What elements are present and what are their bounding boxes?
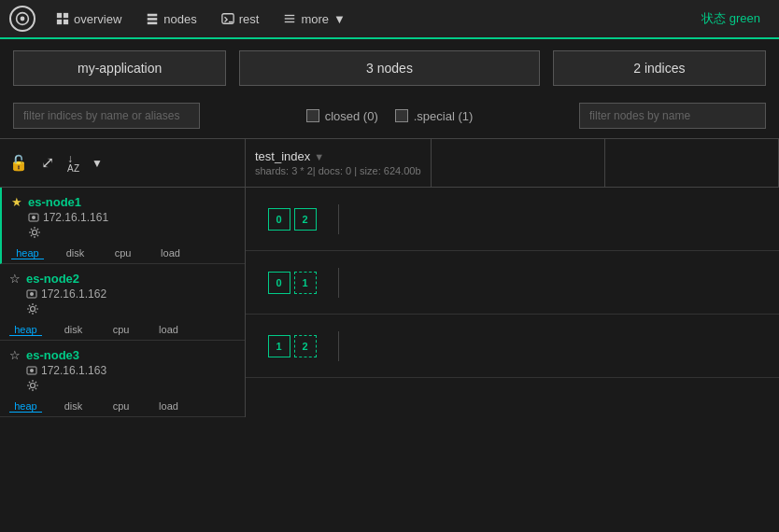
nav-overview-label: overview [74, 12, 121, 26]
status-prefix: 状态 [701, 11, 726, 25]
shard-cell: 02 [246, 204, 339, 234]
toolbar-row: 🔓 ⤢ ↓ A Z ▼ [0, 139, 245, 188]
expand-icon[interactable]: ⤢ [41, 153, 54, 173]
sort-az-label: ↓ A Z [67, 153, 78, 174]
nav-overview[interactable]: overview [47, 7, 131, 32]
stat-load[interactable]: load [154, 247, 187, 259]
shard-row: 01 [246, 251, 779, 315]
node-cog-icon[interactable] [28, 226, 235, 242]
node-rows: ★ es-node1 172.16.1.161 heapdiskcpuload … [0, 188, 245, 417]
shard-rows: 020112 [246, 188, 779, 378]
closed-checkbox-label[interactable]: closed (0) [306, 109, 378, 123]
star-icon[interactable]: ☆ [9, 272, 21, 286]
index-meta: shards: 3 * 2| docs: 0 | size: 624.00b [255, 165, 421, 176]
special-label: .special (1) [414, 109, 474, 123]
stat-heap[interactable]: heap [9, 400, 42, 413]
svg-point-16 [33, 231, 37, 235]
lock-icon[interactable]: 🔓 [9, 154, 28, 172]
shard-row: 12 [246, 315, 779, 378]
app-logo[interactable] [9, 6, 35, 32]
shard-box[interactable]: 0 [268, 208, 290, 231]
svg-point-22 [31, 384, 35, 388]
stat-disk[interactable]: disk [57, 324, 90, 336]
filter-indices-input[interactable] [13, 103, 200, 129]
stat-disk[interactable]: disk [57, 400, 90, 413]
stat-cpu[interactable]: cpu [106, 247, 139, 259]
index-name: test_index [255, 149, 310, 163]
nav-rest[interactable]: rest [212, 7, 269, 32]
filter-nodes-input[interactable] [579, 103, 766, 129]
nav-more-label: more [301, 12, 329, 26]
shard-cell: 12 [246, 331, 339, 361]
stat-cpu[interactable]: cpu [105, 400, 137, 413]
left-panel: 🔓 ⤢ ↓ A Z ▼ ★ es-node1 172.16.1.161 [0, 139, 246, 417]
shard-cell: 01 [246, 268, 339, 298]
closed-checkbox[interactable] [306, 109, 319, 122]
shard-box[interactable]: 2 [294, 208, 317, 231]
svg-rect-8 [148, 22, 158, 25]
cluster-name: my-application [78, 61, 162, 76]
summary-row: my-application 3 nodes 2 indices [0, 39, 779, 97]
stat-disk[interactable]: disk [59, 247, 92, 259]
stat-cpu[interactable]: cpu [105, 324, 137, 336]
nav-more[interactable]: more ▼ [274, 7, 355, 32]
svg-rect-7 [148, 18, 158, 21]
node-row: ☆ es-node3 172.16.1.163 heapdiskcpuload [0, 341, 245, 417]
node-name: es-node3 [26, 348, 79, 362]
svg-rect-4 [57, 20, 62, 24]
index-col-header[interactable]: test_index ▼ shards: 3 * 2| docs: 0 | si… [246, 139, 432, 187]
filter-row: closed (0) .special (1) [0, 97, 779, 134]
node-stats: heapdiskcpuload [11, 245, 235, 259]
stat-load[interactable]: load [152, 400, 185, 413]
nav-status: 状态 green [701, 10, 760, 27]
svg-point-18 [30, 292, 34, 296]
shard-box[interactable]: 1 [268, 335, 290, 357]
nav-rest-label: rest [239, 12, 260, 26]
shard-box[interactable]: 0 [268, 272, 290, 294]
nav-nodes[interactable]: nodes [136, 7, 205, 32]
node-ip: 172.16.1.161 [28, 211, 235, 224]
nav-nodes-label: nodes [163, 12, 196, 26]
svg-rect-3 [64, 13, 68, 18]
nodes-count-box[interactable]: 3 nodes [239, 50, 539, 86]
svg-point-1 [21, 17, 25, 21]
shard-row: 02 [246, 188, 779, 251]
shard-box[interactable]: 1 [294, 272, 317, 294]
svg-point-21 [30, 369, 34, 372]
index-chevron-icon: ▼ [314, 151, 324, 162]
empty-col-2 [605, 139, 779, 187]
node-row: ☆ es-node2 172.16.1.162 heapdiskcpuload [0, 264, 245, 341]
cluster-name-box[interactable]: my-application [13, 50, 226, 86]
sort-az-icon[interactable]: ↓ A Z [67, 153, 78, 174]
node-stats: heapdiskcpuload [9, 399, 235, 413]
indices-count: 2 indices [633, 61, 685, 76]
svg-rect-6 [148, 14, 158, 17]
closed-label: closed (0) [325, 109, 378, 123]
shard-box[interactable]: 2 [294, 335, 317, 357]
stat-heap[interactable]: heap [11, 247, 44, 259]
main-content: 🔓 ⤢ ↓ A Z ▼ ★ es-node1 172.16.1.161 [0, 138, 779, 417]
nodes-count: 3 nodes [366, 61, 413, 76]
special-checkbox-label[interactable]: .special (1) [395, 109, 474, 123]
dropdown-arrow-icon[interactable]: ▼ [92, 157, 103, 170]
node-name: es-node1 [28, 195, 81, 209]
empty-col-1 [432, 139, 605, 187]
special-checkbox[interactable] [395, 109, 408, 122]
node-cog-icon[interactable] [26, 379, 235, 395]
node-stats: heapdiskcpuload [9, 322, 235, 336]
right-panel: test_index ▼ shards: 3 * 2| docs: 0 | si… [246, 139, 779, 417]
nav-more-arrow: ▼ [333, 12, 346, 26]
svg-point-15 [32, 216, 35, 219]
svg-rect-2 [57, 13, 62, 18]
node-cog-icon[interactable] [26, 302, 235, 318]
node-name: es-node2 [26, 272, 79, 286]
stat-load[interactable]: load [152, 324, 185, 336]
indices-count-box[interactable]: 2 indices [553, 50, 766, 86]
stat-heap[interactable]: heap [9, 324, 42, 336]
index-header: test_index ▼ shards: 3 * 2| docs: 0 | si… [246, 139, 779, 188]
node-ip: 172.16.1.162 [26, 287, 235, 301]
svg-point-19 [31, 307, 35, 312]
star-icon[interactable]: ★ [11, 195, 22, 209]
star-icon[interactable]: ☆ [9, 348, 21, 362]
node-row: ★ es-node1 172.16.1.161 heapdiskcpuload [0, 188, 245, 264]
